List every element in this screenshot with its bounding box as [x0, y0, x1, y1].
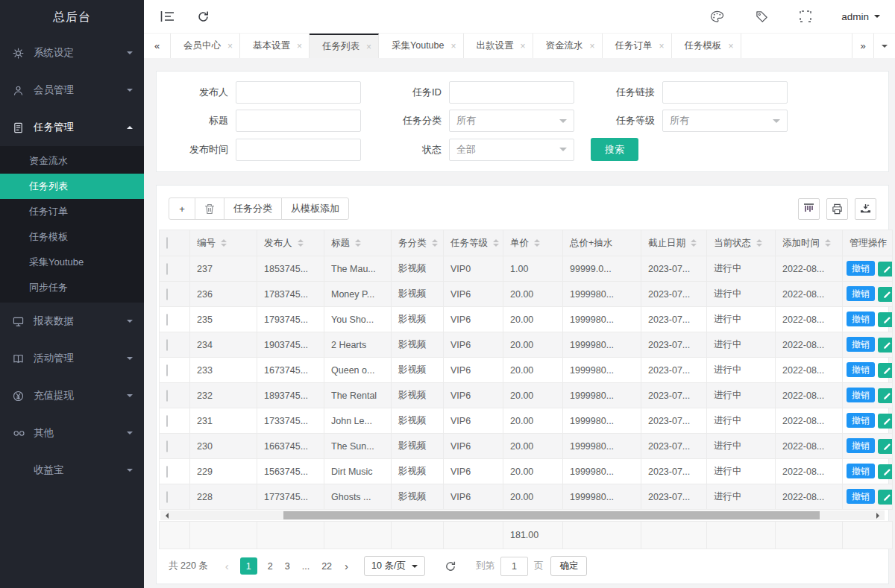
edit-button[interactable] [878, 287, 893, 302]
select-all-checkbox[interactable] [166, 237, 168, 249]
page-number-22[interactable]: 22 [321, 561, 332, 572]
refresh-icon[interactable] [197, 10, 210, 23]
tab-4[interactable]: 出款设置× [464, 34, 533, 58]
sidebar-subitem-3[interactable]: 任务模板 [0, 224, 144, 250]
edit-button[interactable] [878, 338, 893, 353]
publish-time-input[interactable] [236, 139, 361, 161]
sort-icon[interactable] [691, 239, 697, 247]
scroll-right-arrow-icon[interactable] [876, 513, 882, 519]
export-button[interactable] [855, 198, 876, 220]
revoke-button[interactable]: 撤销 [847, 261, 875, 276]
edit-button[interactable] [878, 312, 893, 327]
sidebar-item-5[interactable]: 充值提现 [0, 377, 144, 414]
column-header-2[interactable]: 标题 [324, 230, 392, 256]
column-header-4[interactable]: 任务等级 [444, 230, 503, 256]
tab-close-icon[interactable]: × [366, 42, 371, 52]
edit-button[interactable] [878, 439, 893, 454]
row-checkbox[interactable] [166, 364, 168, 376]
tag-icon[interactable] [756, 10, 768, 23]
title-input[interactable] [236, 110, 361, 132]
columns-toggle-button[interactable] [798, 198, 820, 220]
sort-icon[interactable] [493, 239, 499, 247]
prev-page-button[interactable]: ‹ [225, 560, 229, 572]
page-number-1[interactable]: 1 [240, 557, 257, 575]
sidebar-subitem-2[interactable]: 任务订单 [0, 199, 144, 224]
sidebar-item-7[interactable]: 收益宝 [0, 452, 144, 489]
revoke-button[interactable]: 撤销 [847, 337, 875, 352]
edit-button[interactable] [878, 414, 893, 429]
scrollbar-thumb[interactable] [283, 511, 820, 519]
tabs-scroll-left-button[interactable]: « [144, 34, 171, 58]
sidebar-toggle-icon[interactable] [160, 10, 175, 22]
column-header-9[interactable]: 添加时间 [776, 230, 843, 256]
sidebar-item-6[interactable]: 其他 [0, 414, 144, 452]
pagination-refresh-icon[interactable] [445, 560, 456, 572]
column-header-0[interactable]: 编号 [190, 230, 257, 256]
tab-close-icon[interactable]: × [297, 41, 302, 51]
sort-icon[interactable] [432, 239, 438, 247]
edit-button[interactable] [878, 490, 893, 505]
tab-5[interactable]: 资金流水× [533, 34, 603, 58]
sidebar-item-1[interactable]: 会员管理 [0, 72, 144, 109]
column-header-7[interactable]: 截止日期 [641, 230, 707, 256]
sidebar-item-4[interactable]: 活动管理 [0, 340, 144, 377]
row-checkbox[interactable] [166, 466, 168, 478]
page-number-3[interactable]: 3 [285, 561, 290, 572]
edit-button[interactable] [878, 363, 893, 378]
scroll-left-arrow-icon[interactable] [163, 513, 169, 519]
task-category-select[interactable]: 所有 [449, 110, 574, 132]
tab-close-icon[interactable]: × [227, 41, 233, 51]
row-checkbox[interactable] [166, 314, 168, 326]
revoke-button[interactable]: 撤销 [847, 438, 875, 453]
tab-close-icon[interactable]: × [521, 41, 526, 51]
row-checkbox[interactable] [166, 440, 168, 452]
tab-close-icon[interactable]: × [729, 41, 734, 51]
goto-page-input[interactable] [500, 557, 528, 576]
sidebar-subitem-4[interactable]: 采集Youtube [0, 250, 144, 275]
status-select[interactable]: 全部 [449, 139, 574, 161]
row-checkbox[interactable] [166, 339, 168, 351]
revoke-button[interactable]: 撤销 [847, 489, 875, 504]
sort-icon[interactable] [221, 239, 227, 247]
edit-button[interactable] [878, 464, 893, 479]
confirm-button[interactable]: 确定 [550, 556, 587, 576]
sidebar-item-0[interactable]: 系统设定 [0, 34, 144, 72]
column-header-8[interactable]: 当前状态 [707, 230, 776, 256]
tab-2[interactable]: 任务列表× [310, 34, 379, 58]
admin-menu[interactable]: admin [841, 11, 880, 22]
task-link-input[interactable] [662, 81, 788, 104]
column-header-6[interactable]: 总价+抽水 [563, 230, 641, 256]
sidebar-subitem-0[interactable]: 资金流水 [0, 148, 144, 174]
publisher-input[interactable] [236, 81, 361, 104]
delete-button[interactable] [195, 197, 224, 220]
sidebar-item-3[interactable]: 报表数据 [0, 303, 144, 340]
row-checkbox[interactable] [166, 390, 168, 402]
fullscreen-icon[interactable] [800, 10, 811, 22]
row-checkbox[interactable] [166, 491, 168, 503]
page-size-select[interactable]: 10 条/页 [364, 556, 425, 576]
sidebar-subitem-1[interactable]: 任务列表 [0, 174, 144, 199]
task-category-button[interactable]: 任务分类 [224, 197, 282, 220]
theme-palette-icon[interactable] [710, 10, 724, 23]
sidebar-item-2[interactable]: 任务管理 [0, 109, 144, 146]
next-page-button[interactable]: › [345, 560, 348, 572]
tab-close-icon[interactable]: × [450, 41, 456, 51]
add-from-template-button[interactable]: 从模板添加 [281, 197, 349, 220]
sidebar-subitem-5[interactable]: 同步任务 [0, 275, 144, 300]
row-checkbox[interactable] [166, 263, 168, 275]
revoke-button[interactable]: 撤销 [847, 312, 875, 326]
sort-icon[interactable] [825, 239, 831, 247]
row-checkbox[interactable] [166, 415, 168, 427]
sort-icon[interactable] [534, 239, 540, 247]
print-button[interactable] [826, 198, 848, 220]
revoke-button[interactable]: 撤销 [847, 388, 875, 402]
column-header-1[interactable]: 发布人 [257, 230, 324, 256]
sort-icon[interactable] [355, 239, 361, 247]
sort-icon[interactable] [298, 239, 304, 247]
column-header-3[interactable]: 务分类 [392, 230, 444, 256]
edit-button[interactable] [878, 388, 893, 403]
tab-0[interactable]: 会员中心× [171, 34, 240, 58]
tab-3[interactable]: 采集Youtube× [379, 34, 463, 58]
revoke-button[interactable]: 撤销 [847, 413, 875, 428]
tabs-scroll-right-button[interactable]: » [852, 34, 873, 58]
